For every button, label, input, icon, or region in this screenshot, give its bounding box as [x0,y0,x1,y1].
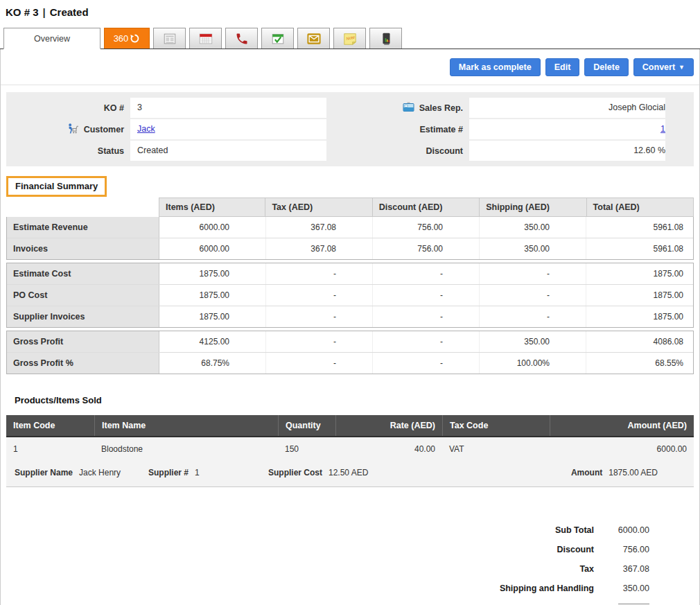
financial-row-label: Gross Profit % [7,353,159,374]
financial-header-spacer [6,198,159,217]
label-text: Discount [426,146,463,156]
tab-reports[interactable] [369,28,402,49]
financial-value-cell: - [480,306,586,327]
estimate-number-label: Estimate # [350,125,463,134]
tab-tasks[interactable] [261,28,294,49]
tab-overview-label: Overview [34,34,70,44]
financial-column-header: Discount (AED) [373,198,480,217]
financial-row: PO Cost1875.00---1875.00 [7,284,693,306]
tab-calendar[interactable] [189,28,222,49]
supplier-name-pair: Supplier Name Jack Henry [15,468,148,477]
sales-rep-label: Sales Rep. [350,102,463,114]
info-column-right: Sales Rep. Joseph Glocial Estimate # 1 D… [350,98,694,161]
label-text: Estimate # [419,125,463,134]
tab-360[interactable]: 360 [104,28,150,49]
record-status: Created [50,6,89,18]
door-report-icon [378,31,394,46]
financial-row: Estimate Revenue6000.00367.08756.00350.0… [7,217,693,238]
chevron-down-icon: ▼ [679,64,685,71]
financial-value-cell: 100.00% [480,353,586,374]
tab-news[interactable] [153,28,186,49]
products-column-header: Tax Code [442,415,550,436]
status-label: Status [6,146,124,156]
supplier-amount-pair: Amount 1875.00 AED [571,468,658,477]
financial-header-row: Items (AED)Tax (AED)Discount (AED)Shippi… [6,198,694,217]
products-row: 1Bloodstone15040.00VAT6000.00 [6,437,694,458]
tab-calls[interactable] [225,28,258,49]
totals-row-label: Discount [557,545,594,554]
products-table: Item CodeItem NameQuantityRate (AED)Tax … [6,415,694,487]
financial-row: Estimate Cost1875.00---1875.00 [7,263,693,284]
financial-group: Estimate Cost1875.00---1875.00PO Cost187… [6,263,694,328]
financial-value-cell: 1875.00 [586,263,693,284]
products-cell-tax-code: VAT [442,437,550,458]
tab-emails[interactable] [297,28,330,49]
financial-row-label: Estimate Cost [7,263,159,284]
financial-value-cell: 756.00 [373,238,480,259]
financial-row-label: Gross Profit [7,331,159,352]
customer-cart-icon [67,123,79,136]
tab-overview[interactable]: Overview [3,28,100,49]
financial-row: Invoices6000.00367.08756.00350.005961.08 [7,238,693,259]
mark-as-complete-button[interactable]: Mark as complete [450,58,541,76]
products-cell-quantity: 150 [278,437,335,458]
content-panel: Mark as complete Edit Delete Convert▼ KO… [0,49,700,605]
financial-row: Gross Profit4125.00--350.004086.08 [7,331,693,352]
label-text: KO # [104,103,124,113]
financial-value-cell: - [266,263,373,284]
financial-column-header: Shipping (AED) [480,198,586,217]
financial-value-cell: 756.00 [373,217,480,238]
financial-row-label: Estimate Revenue [7,217,159,238]
financial-value-cell: 1875.00 [159,306,266,327]
financial-value-cell: - [373,353,480,374]
totals-section: Sub Total6000.00Discount756.00Tax367.08S… [1,520,699,605]
phone-icon [235,32,249,46]
supplier-cost-value: 12.50 AED [329,468,368,477]
supplier-number-value: 1 [195,468,200,477]
discount-label: Discount [350,146,463,156]
financial-column-header: Items (AED) [159,198,265,217]
products-cell-item-code: 1 [6,437,94,458]
grand-total-row: Total 5961.08 AED [1,601,699,605]
supplier-name-label: Supplier Name [15,468,73,477]
estimate-link[interactable]: 1 [660,124,665,134]
info-row-estimate-number: Estimate # 1 [350,119,694,139]
financial-column-header: Tax (AED) [265,198,372,217]
customer-link[interactable]: Jack [137,124,155,134]
products-column-header: Rate (AED) [335,415,442,436]
page: KO # 3|Created Overview 360 [0,0,700,605]
supplier-cost-pair: Supplier Cost 12.50 AED [268,468,368,477]
supplier-cost-label: Supplier Cost [268,468,322,477]
tab-notes[interactable]: Note [333,28,366,49]
label-text: Status [98,146,124,156]
totals-row-label: Tax [579,564,594,574]
estimate-number-value: 1 [469,119,665,139]
financial-value-cell: - [373,285,480,306]
convert-dropdown-button[interactable]: Convert▼ [633,58,694,76]
financial-group: Estimate Revenue6000.00367.08756.00350.0… [6,217,694,260]
info-row-ko-number: KO # 3 [6,98,350,118]
customer-label: Customer [6,123,124,136]
edit-button[interactable]: Edit [545,58,580,76]
label-text: Sales Rep. [419,103,463,113]
financial-value-cell: - [266,306,373,327]
financial-column-header: Total (AED) [587,198,694,217]
info-row-discount: Discount 12.60 % [350,141,694,161]
totals-row: Tax367.08 [1,559,699,579]
totals-row-label: Shipping and Handling [500,584,594,593]
news-icon [162,31,177,46]
financial-group: Gross Profit4125.00--350.004086.08Gross … [6,331,694,374]
financial-row: Supplier Invoices1875.00---1875.00 [7,306,693,327]
delete-button[interactable]: Delete [584,58,629,76]
financial-value-cell: 350.00 [480,331,586,352]
supplier-number-pair: Supplier # 1 [148,468,268,477]
financial-row-label: PO Cost [7,285,159,306]
totals-row: Sub Total6000.00 [1,520,699,540]
financial-value-cell: 6000.00 [159,238,266,259]
totals-row: Shipping and Handling350.00 [1,579,699,598]
totals-row-label: Sub Total [555,525,594,535]
financial-row: Gross Profit %68.75%--100.00%68.55% [7,352,693,374]
totals-row-value: 367.08 [594,564,649,574]
action-toolbar: Mark as complete Edit Delete Convert▼ [1,49,699,85]
page-title: KO # 3|Created [0,0,700,18]
